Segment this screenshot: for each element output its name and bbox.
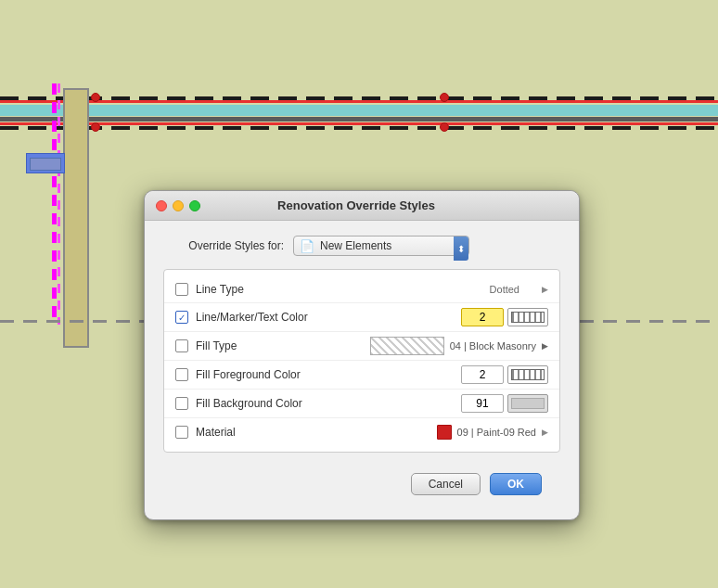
fill-bg-value-area bbox=[461, 394, 548, 413]
line-type-value-area: Dotted ▶ bbox=[490, 284, 548, 295]
close-button[interactable] bbox=[156, 200, 167, 211]
ok-button[interactable]: OK bbox=[490, 473, 542, 495]
dashed-line-top bbox=[0, 96, 718, 100]
magenta-line-1 bbox=[52, 83, 57, 325]
override-styles-row: Override Styles for: 📄 New Elements ⬍ bbox=[163, 236, 560, 256]
material-arrow-icon: ▶ bbox=[542, 428, 548, 437]
material-label: Material bbox=[196, 426, 344, 439]
fill-type-value-area: 04 | Block Masonry ▶ bbox=[370, 337, 548, 355]
magenta-line-2 bbox=[58, 83, 60, 325]
dropdown-value: New Elements bbox=[320, 239, 391, 252]
line-color-value-area bbox=[461, 308, 548, 326]
line-type-arrow-icon: ▶ bbox=[542, 285, 548, 294]
line-type-label: Line Type bbox=[196, 283, 344, 296]
line-type-value: Dotted bbox=[490, 284, 519, 295]
cyan-band bbox=[0, 105, 718, 116]
material-text: 09 | Paint-09 Red bbox=[457, 427, 536, 438]
maximize-button[interactable] bbox=[189, 200, 200, 211]
red-line-top bbox=[0, 100, 718, 103]
material-value-area: 09 | Paint-09 Red ▶ bbox=[437, 425, 548, 440]
line-color-input[interactable] bbox=[461, 308, 504, 326]
line-type-checkbox[interactable] bbox=[175, 283, 188, 296]
material-color-swatch bbox=[437, 425, 452, 440]
material-row: Material 09 | Paint-09 Red ▶ bbox=[164, 418, 559, 446]
dialog-renovation-override: Renovation Override Styles Override Styl… bbox=[144, 190, 580, 520]
fill-bg-checkbox[interactable] bbox=[175, 397, 188, 410]
fill-bg-swatch[interactable] bbox=[507, 394, 548, 413]
checkmark-icon: ✓ bbox=[178, 313, 186, 323]
dialog-body: Override Styles for: 📄 New Elements ⬍ Li… bbox=[145, 221, 579, 519]
swatch-bar bbox=[511, 312, 545, 323]
red-dot-4 bbox=[440, 122, 449, 132]
fill-type-arrow-icon: ▶ bbox=[542, 341, 548, 351]
options-panel: Line Type Dotted ▶ ✓ Line/Marker/Text Co… bbox=[163, 269, 560, 453]
gray-band bbox=[0, 117, 718, 121]
fill-type-checkbox[interactable] bbox=[175, 339, 188, 352]
dropdown-arrow-icon: ⬍ bbox=[454, 236, 468, 261]
fill-fg-swatch[interactable] bbox=[507, 365, 548, 384]
line-color-swatch[interactable] bbox=[507, 308, 548, 326]
fill-type-label: Fill Type bbox=[196, 339, 344, 352]
window-buttons bbox=[156, 200, 200, 211]
override-styles-dropdown[interactable]: 📄 New Elements ⬍ bbox=[293, 236, 469, 256]
fill-fg-value-area bbox=[461, 365, 548, 384]
fill-fg-color-row: Fill Foreground Color bbox=[164, 361, 559, 390]
fill-bg-color-row: Fill Background Color bbox=[164, 390, 559, 418]
dialog-title: Renovation Override Styles bbox=[210, 198, 503, 212]
red-dot-3 bbox=[91, 122, 100, 132]
dialog-buttons: Cancel OK bbox=[163, 466, 560, 508]
dashed-line-bottom bbox=[0, 126, 718, 130]
blue-rect-inner bbox=[30, 158, 61, 171]
red-line-bottom bbox=[0, 122, 718, 125]
fill-bg-label: Fill Background Color bbox=[196, 397, 344, 410]
fill-type-row: Fill Type 04 | Block Masonry ▶ bbox=[164, 332, 559, 361]
doc-icon: 📄 bbox=[300, 238, 314, 253]
dialog-titlebar: Renovation Override Styles bbox=[145, 191, 579, 221]
red-dot-2 bbox=[440, 93, 449, 102]
vert-column bbox=[63, 88, 89, 348]
material-checkbox[interactable] bbox=[175, 426, 188, 439]
fill-type-text: 04 | Block Masonry bbox=[450, 340, 536, 352]
fill-fg-checkbox[interactable] bbox=[175, 368, 188, 381]
fill-bg-swatch-bar bbox=[511, 398, 545, 409]
red-dot-1 bbox=[91, 93, 100, 102]
line-type-row: Line Type Dotted ▶ bbox=[164, 275, 559, 303]
minimize-button[interactable] bbox=[173, 200, 184, 211]
override-styles-label: Override Styles for: bbox=[163, 239, 284, 252]
fill-fg-swatch-bar bbox=[511, 369, 545, 380]
fill-bg-input[interactable] bbox=[461, 394, 504, 413]
line-color-checkbox[interactable]: ✓ bbox=[175, 311, 188, 324]
fill-fg-input[interactable] bbox=[461, 365, 504, 384]
line-color-row: ✓ Line/Marker/Text Color bbox=[164, 303, 559, 332]
fill-fg-label: Fill Foreground Color bbox=[196, 368, 344, 381]
cancel-button[interactable]: Cancel bbox=[411, 473, 481, 495]
fill-type-hatch-preview bbox=[370, 337, 444, 355]
line-color-label: Line/Marker/Text Color bbox=[196, 311, 344, 324]
